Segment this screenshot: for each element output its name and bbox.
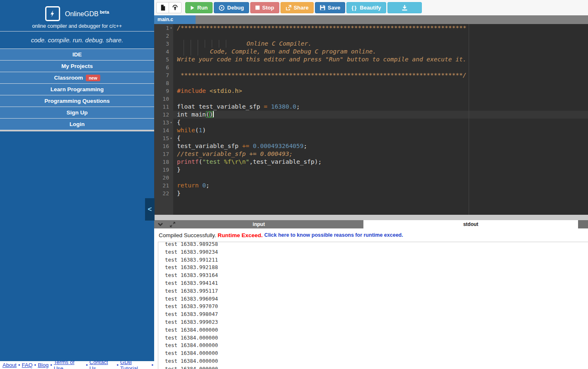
code-line: 16test_variable_sfp += 0.000493264059; bbox=[154, 142, 588, 150]
run-button[interactable]: Run bbox=[185, 2, 213, 13]
brand-subtitle: online compiler and debugger for c/c++ bbox=[0, 23, 154, 29]
fold-arrow-icon[interactable]: ▾ bbox=[169, 119, 173, 126]
fold-arrow-icon[interactable]: ▾ bbox=[169, 24, 173, 32]
compile-success-text: Compiled Successfully. bbox=[159, 232, 218, 238]
editor-tab-bar: main.c bbox=[154, 15, 588, 24]
stdout-line: test 16383.999023 bbox=[158, 318, 588, 326]
stop-button[interactable]: Stop bbox=[250, 2, 279, 13]
line-number: 7 bbox=[154, 71, 173, 79]
brand-header[interactable]: OnlineGDBbeta online compiler and debugg… bbox=[0, 0, 154, 32]
sidebar-item-label: IDE bbox=[73, 51, 82, 58]
floppy-disk-icon bbox=[320, 5, 325, 10]
tab-input[interactable]: input bbox=[154, 220, 363, 228]
line-number: 15▾ bbox=[154, 134, 173, 142]
stdout-line: test 16384.000000 bbox=[158, 350, 588, 357]
chevron-left-icon: < bbox=[148, 205, 152, 214]
download-button[interactable] bbox=[387, 2, 422, 13]
stdout-line: test 16383.989258 bbox=[158, 242, 588, 248]
file-button-group bbox=[156, 2, 185, 13]
fold-arrow-icon[interactable]: ▾ bbox=[169, 134, 173, 142]
menu-separator bbox=[0, 130, 154, 131]
expand-icon[interactable] bbox=[170, 222, 175, 227]
tab-stdout[interactable]: stdout bbox=[363, 220, 578, 228]
lightning-bolt-icon bbox=[45, 6, 60, 21]
new-file-icon bbox=[160, 5, 166, 11]
stdout-line: test 16384.000000 bbox=[158, 357, 588, 365]
toolbar: Run Debug Stop Share Save {} Beautify bbox=[154, 0, 588, 15]
footer-link-gdb-tutorial[interactable]: GDB Tutorial bbox=[120, 361, 150, 369]
sidebar-item-label: Programming Questions bbox=[44, 98, 110, 104]
footer-link-about[interactable]: About bbox=[2, 362, 17, 368]
footer-link-faq[interactable]: FAQ bbox=[22, 362, 33, 368]
line-number: 19 bbox=[154, 166, 173, 174]
debug-button[interactable]: Debug bbox=[214, 2, 249, 13]
share-button[interactable]: Share bbox=[281, 2, 314, 13]
code-line: 7 **************************************… bbox=[154, 71, 588, 79]
code-line: 8 bbox=[154, 79, 588, 87]
stdout-line: test 16384.000000 bbox=[158, 326, 588, 334]
sidebar-item-label: My Projects bbox=[61, 63, 93, 69]
line-number: 1▾ bbox=[154, 24, 173, 32]
code-line: 12int main() bbox=[154, 111, 588, 119]
brand-title: OnlineGDBbeta bbox=[65, 10, 109, 18]
code-line: 4 Code, Compile, Run and Debug C program… bbox=[154, 48, 588, 56]
input-tab-label: input bbox=[253, 221, 265, 227]
sidebar-item-ide[interactable]: IDE bbox=[0, 49, 154, 60]
stdout-line: test 16383.995117 bbox=[158, 287, 588, 295]
stdout-output-panel[interactable]: test 16383.989258test 16383.990234test 1… bbox=[158, 242, 588, 369]
stdout-line: test 16383.996094 bbox=[158, 295, 588, 303]
footer-link-blog[interactable]: Blog bbox=[38, 362, 48, 368]
code-line: 18printf("test %f\r\n",test_variable_sfp… bbox=[154, 158, 588, 166]
upload-button[interactable] bbox=[169, 2, 181, 13]
upload-icon bbox=[172, 5, 178, 11]
footer-link-terms-of-use[interactable]: Terms of Use bbox=[54, 361, 84, 369]
code-line: 21return 0; bbox=[154, 182, 588, 189]
runtime-exceed-link[interactable]: Click here to know possible reasons for … bbox=[264, 232, 403, 238]
code-line: 3 Online C Compiler. bbox=[154, 40, 588, 48]
code-editor[interactable]: 1▾/*************************************… bbox=[154, 24, 588, 215]
sidebar-collapse-handle[interactable]: < bbox=[145, 198, 155, 221]
code-line: 20 bbox=[154, 174, 588, 182]
sidebar-item-login[interactable]: Login bbox=[0, 118, 154, 130]
download-icon bbox=[402, 5, 408, 11]
code-line: 15▾{ bbox=[154, 134, 588, 142]
code-line: 2 bbox=[154, 32, 588, 40]
line-number: 4 bbox=[154, 48, 173, 56]
sidebar-item-sign-up[interactable]: Sign Up bbox=[0, 107, 154, 118]
beta-label: beta bbox=[100, 10, 109, 15]
line-number: 3 bbox=[154, 40, 173, 48]
text-cursor bbox=[213, 111, 214, 117]
code-line: 6 bbox=[154, 63, 588, 71]
chevron-down-icon[interactable] bbox=[157, 222, 163, 226]
code-line: 22} bbox=[154, 189, 588, 197]
editor-console-divider[interactable] bbox=[154, 215, 588, 220]
stdout-line: test 16383.991211 bbox=[158, 256, 588, 264]
sidebar-item-classroom[interactable]: Classroomnew bbox=[0, 72, 154, 83]
indent-guides bbox=[177, 40, 232, 48]
code-line: 17//test_variable_sfp += 0.000493; bbox=[154, 150, 588, 158]
new-badge: new bbox=[86, 75, 100, 81]
play-icon bbox=[190, 5, 195, 10]
sidebar-item-programming-questions[interactable]: Programming Questions bbox=[0, 95, 154, 107]
sidebar-item-label: Learn Programming bbox=[51, 86, 104, 92]
beautify-button[interactable]: {} Beautify bbox=[346, 2, 386, 13]
line-number: 17 bbox=[154, 150, 173, 158]
sidebar-item-my-projects[interactable]: My Projects bbox=[0, 60, 154, 72]
line-number: 14 bbox=[154, 126, 173, 134]
stdout-line: test 16383.997070 bbox=[158, 303, 588, 311]
footer-link-contact-us[interactable]: Contact Us bbox=[90, 361, 115, 369]
stdout-tab-label: stdout bbox=[463, 221, 479, 227]
stdout-line: test 16383.998047 bbox=[158, 311, 588, 318]
bullet-separator: • bbox=[18, 362, 20, 368]
line-number: 10 bbox=[154, 95, 173, 103]
tab-main-c[interactable]: main.c bbox=[154, 15, 196, 24]
sidebar: OnlineGDBbeta online compiler and debugg… bbox=[0, 0, 154, 361]
console-tab-bar: input stdout bbox=[154, 220, 588, 228]
bullet-separator: • bbox=[116, 362, 119, 368]
line-number: 12 bbox=[154, 111, 173, 119]
sidebar-item-learn-programming[interactable]: Learn Programming bbox=[0, 83, 154, 95]
new-file-button[interactable] bbox=[156, 2, 169, 13]
line-number: 8 bbox=[154, 79, 173, 87]
save-button[interactable]: Save bbox=[315, 2, 345, 13]
line-number: 9 bbox=[154, 87, 173, 95]
